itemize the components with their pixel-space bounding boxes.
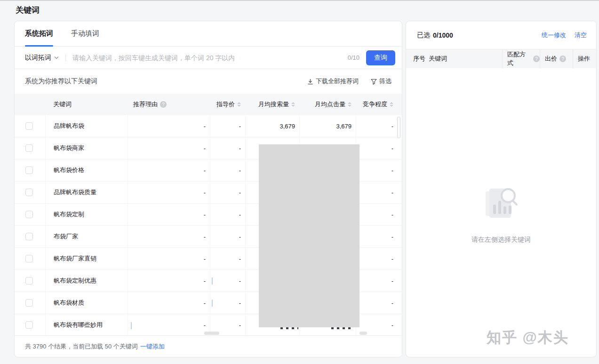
sort-icon[interactable] [348, 102, 351, 107]
cell-reason: - [128, 159, 210, 181]
cell-guide-price: - [210, 159, 245, 181]
keyword-search-bar: 以词拓词 0/10 查询 [15, 47, 402, 69]
header-guide-price[interactable]: 指导价 [210, 94, 245, 115]
result-summary: 共 3790 个结果，当前已加载 50 个关键词 [25, 342, 138, 351]
cell-keyword: 布袋厂家 [45, 226, 128, 247]
sort-icon[interactable] [291, 102, 295, 107]
cell-reason: - [128, 248, 210, 269]
cell-keyword: 品牌帆布袋 [45, 115, 128, 137]
cell-competition: - [356, 270, 402, 292]
horizontal-scrollbar-thumb[interactable] [204, 332, 219, 335]
keyword-input[interactable] [72, 54, 341, 62]
cell-keyword: 帆布袋厂家直销 [45, 248, 128, 269]
page-title: 关键词 [16, 5, 40, 16]
row-checkbox[interactable] [25, 321, 33, 329]
empty-chart-search-icon [481, 183, 521, 223]
header-keyword: 关键词 [45, 94, 128, 115]
keyword-expansion-panel: 系统拓词 手动填词 以词拓词 0/10 查询 系统为你推荐以下关键词 下载全部推… [14, 21, 402, 357]
selected-table-header: 序号 关键词 匹配方式 ? 出价 ? 操作 [406, 49, 596, 68]
expansion-mode-label: 以词拓词 [25, 54, 51, 62]
cell-reason: - [128, 292, 210, 314]
header-index: 序号 [406, 49, 429, 68]
expansion-mode-dropdown[interactable]: 以词拓词 [25, 54, 59, 62]
checkbox-cell [15, 248, 45, 269]
cell-reason: - [128, 270, 210, 292]
redacted-area [259, 144, 359, 327]
header-monthly-search[interactable]: 月均搜索量 [245, 94, 299, 115]
cell-competition: - [356, 182, 402, 203]
row-checkbox[interactable] [25, 189, 33, 196]
sort-icon[interactable] [237, 102, 241, 107]
checkbox-cell [15, 182, 45, 203]
cell-guide-price: - [210, 226, 245, 247]
header-bid: 出价 ? [540, 49, 573, 68]
question-icon[interactable]: ? [559, 55, 566, 62]
table-header: 关键词 推荐理由 ? 指导价 月均搜索量 月均点击量 竞争程度 [15, 94, 402, 115]
checkbox-cell [15, 115, 45, 137]
row-checkbox[interactable] [25, 299, 33, 307]
header-competition[interactable]: 竞争程度 [356, 94, 402, 115]
row-checkbox[interactable] [25, 144, 33, 152]
cell-reason: - [128, 204, 210, 225]
cell-monthly-click: 3,679 [299, 115, 356, 137]
cell-keyword: 帆布袋定制 [45, 204, 128, 225]
checkbox-cell [15, 292, 45, 314]
add-all-link[interactable]: 一键添加 [140, 342, 165, 351]
question-icon[interactable]: ? [533, 55, 540, 62]
query-button[interactable]: 查询 [366, 50, 395, 65]
cell-reason: - [128, 226, 210, 247]
download-all-button[interactable]: 下载全部推荐词 [307, 77, 359, 86]
table-row: 品牌帆布袋 - - 3,679 3,679 - [15, 115, 402, 137]
selected-label: 已选 [417, 31, 430, 40]
cell-competition: - [356, 159, 402, 181]
tab-manual-fill[interactable]: 手动填词 [71, 21, 99, 46]
divider [65, 54, 66, 61]
cell-reason: - [128, 115, 210, 137]
batch-edit-link[interactable]: 统一修改 [542, 31, 566, 40]
cell-keyword: 品牌帆布袋质量 [45, 182, 128, 203]
row-checkbox[interactable] [25, 277, 33, 285]
header-monthly-click[interactable]: 月均点击量 [299, 94, 356, 115]
cell-competition: - [356, 115, 402, 137]
cell-reason: - [128, 182, 210, 203]
cell-competition: - [356, 292, 402, 314]
checkbox-cell [15, 159, 45, 181]
cell-keyword: 帆布袋价格 [45, 159, 128, 181]
download-icon [307, 79, 313, 85]
cell-guide-price: - [210, 292, 245, 314]
cell-reason: - [128, 137, 210, 159]
input-counter: 0/10 [348, 54, 359, 61]
header-action: 操作 [573, 49, 596, 68]
text-caret [131, 322, 132, 329]
watermark: 知乎 @木头 [487, 328, 569, 348]
result-summary-bar: 共 3790 个结果，当前已加载 50 个关键词 一键添加 [15, 335, 402, 357]
sort-icon[interactable] [390, 102, 393, 107]
cell-competition: - [356, 248, 402, 269]
checkbox-cell [15, 314, 45, 336]
empty-state: 请在左侧选择关键词 [406, 183, 596, 244]
filter-funnel-icon [371, 79, 377, 85]
cell-guide-price: - [210, 248, 245, 269]
row-checkbox[interactable] [25, 233, 33, 240]
recommend-title: 系统为你推荐以下关键词 [25, 77, 307, 86]
recommend-bar: 系统为你推荐以下关键词 下载全部推荐词 筛选 [15, 69, 402, 94]
header-keyword: 关键词 [429, 49, 502, 68]
window-top-edge [0, 0, 599, 1]
filter-button[interactable]: 筛选 [371, 77, 391, 86]
cell-reason: - [128, 314, 210, 336]
row-checkbox[interactable] [25, 122, 33, 130]
tab-system-expansion[interactable]: 系统拓词 [25, 21, 53, 46]
empty-state-text: 请在左侧选择关键词 [406, 236, 596, 244]
question-icon[interactable]: ? [160, 101, 167, 108]
selected-header: 已选 0/1000 统一修改 清空 [406, 21, 596, 49]
cell-keyword: 帆布袋定制优惠 [45, 270, 128, 292]
row-checkbox[interactable] [25, 255, 33, 262]
row-checkbox[interactable] [25, 211, 33, 218]
vertical-scrollbar-thumb[interactable] [397, 117, 400, 138]
tab-bar: 系统拓词 手动填词 [15, 21, 402, 47]
row-checkbox[interactable] [25, 166, 33, 174]
horizontal-scrollbar-thumb[interactable] [359, 332, 367, 335]
cell-competition: - [356, 204, 402, 225]
text-caret [212, 300, 213, 307]
clear-link[interactable]: 清空 [575, 31, 587, 40]
